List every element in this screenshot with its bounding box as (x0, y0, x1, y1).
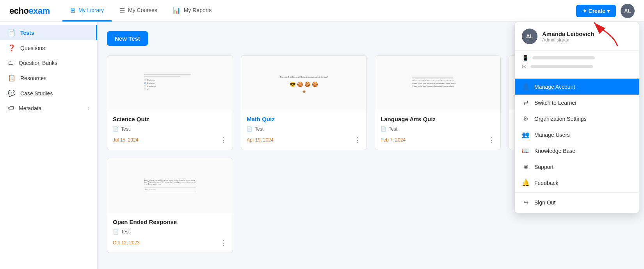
tab-my-library[interactable]: ⊞ My Library (62, 0, 112, 22)
card-more-language[interactable]: ⋮ (488, 136, 495, 144)
card-body-science: Science Quiz 📄 Test Jul 15, 2024 ⋮ (107, 110, 233, 150)
card-body-open-ended: Open Ended Response 📄 Test Oct 12, 2023 … (107, 213, 233, 253)
card-title-science: Science Quiz (113, 116, 227, 122)
dropdown-item-org-settings[interactable]: ⚙ Organization Settings (515, 111, 639, 127)
new-test-button[interactable]: New Test (107, 31, 148, 46)
switch-learner-icon: ⇄ (522, 99, 530, 106)
tests-icon: 📄 (8, 29, 16, 36)
dropdown-support-label: Support (534, 164, 553, 170)
dropdown-phone-row: 📱 (522, 55, 632, 61)
sidebar-item-resources[interactable]: 📋 Resources (0, 70, 97, 86)
feedback-icon: 🔔 (522, 179, 530, 187)
avatar-initials: AL (624, 8, 631, 14)
card-footer-math: Apr 19, 2024 ⋮ (247, 136, 361, 144)
email-icon: ✉ (522, 63, 527, 70)
dropdown-item-support[interactable]: ⊗ Support (515, 159, 639, 175)
chevron-right-icon: › (88, 106, 89, 111)
nav-tabs: ⊞ My Library ☰ My Courses 📊 My Reports (62, 0, 220, 22)
card-footer-language: Feb 7, 2024 ⋮ (381, 136, 495, 144)
manage-account-icon: 👤 (522, 83, 530, 90)
tab-my-courses-label: My Courses (128, 7, 157, 13)
card-type-open-ended: 📄 Test (113, 229, 227, 235)
dropdown-item-feedback[interactable]: 🔔 Feedback (515, 175, 639, 191)
dropdown-contact: 📱 ✉ (515, 51, 639, 76)
tab-my-reports-label: My Reports (184, 7, 212, 13)
dropdown-feedback-label: Feedback (534, 180, 558, 186)
dropdown-item-manage-users[interactable]: 👥 Manage Users (515, 127, 639, 143)
card-language-arts[interactable]: A Please tell me, Maybe. How much do new… (375, 55, 501, 150)
phone-icon: 📱 (522, 55, 528, 61)
dropdown-item-manage-account[interactable]: 👤 Manage Account (515, 79, 639, 95)
sidebar-item-question-banks-label: Question Banks (19, 60, 57, 66)
dropdown-sign-out-label: Sign Out (534, 199, 555, 206)
card-preview-language: A Please tell me, Maybe. How much do new… (375, 56, 500, 110)
manage-users-icon: 👥 (522, 131, 530, 138)
dropdown-divider (515, 192, 639, 193)
card-type-label-language: Test (389, 126, 397, 132)
sidebar-item-metadata-label: Metadata (19, 105, 41, 111)
card-date-language: Feb 7, 2024 (381, 137, 406, 143)
dropdown-email-row: ✉ (522, 63, 632, 70)
card-type-language: 📄 Test (381, 126, 495, 132)
user-dropdown-menu: AL Amanda Leibovich Administrator 📱 ✉ 👤 … (514, 22, 639, 213)
dropdown-item-switch-learner[interactable]: ⇄ Switch to Learner (515, 95, 639, 111)
reports-icon: 📊 (173, 7, 181, 14)
card-footer-science: Jul 15, 2024 ⋮ (113, 136, 227, 144)
card-type-math: 📄 Test (247, 126, 361, 132)
app-logo: echoexam (9, 6, 50, 16)
support-icon: ⊗ (522, 163, 530, 170)
card-type-science: 📄 Test (113, 126, 227, 132)
card-title-open-ended: Open Ended Response (113, 219, 227, 225)
phone-bar (532, 56, 595, 59)
sidebar-item-questions[interactable]: ❓ Questions (0, 40, 97, 56)
dropdown-knowledge-base-label: Knowledge Base (534, 148, 575, 154)
card-type-label-math: Test (255, 126, 263, 132)
card-type-label-science: Test (121, 126, 130, 132)
sidebar: 📄 Tests ❓ Questions 🗂 Question Banks 📋 R… (0, 22, 98, 269)
sign-out-icon: ↪ (522, 199, 530, 206)
card-date-open-ended: Oct 12, 2023 (113, 240, 140, 246)
create-button[interactable]: ✦ Create ▾ (576, 5, 616, 17)
tab-my-reports[interactable]: 📊 My Reports (165, 0, 220, 22)
nav-right: ✦ Create ▾ AL (576, 4, 635, 18)
card-body-language: Language Arts Quiz 📄 Test Feb 7, 2024 ⋮ (375, 110, 500, 150)
card-more-science[interactable]: ⋮ (220, 136, 227, 144)
metadata-icon: 🏷 (8, 105, 14, 112)
dropdown-user-info: Amanda Leibovich Administrator (542, 30, 594, 43)
card-math-quiz[interactable]: There are 6 cookies in all. How many per… (241, 55, 367, 150)
sidebar-item-tests[interactable]: 📄 Tests (0, 25, 97, 40)
dropdown-user-name: Amanda Leibovich (542, 30, 594, 37)
sidebar-item-case-studies[interactable]: 💬 Case Studies (0, 86, 97, 101)
user-avatar-button[interactable]: AL (621, 4, 635, 18)
dropdown-items: 👤 Manage Account ⇄ Switch to Learner ⚙ O… (515, 76, 639, 213)
library-icon: ⊞ (70, 7, 75, 14)
card-type-icon-open-ended: 📄 (113, 229, 119, 235)
sidebar-item-metadata[interactable]: 🏷 Metadata › (0, 101, 97, 116)
card-preview-math: There are 6 cookies in all. How many per… (241, 56, 366, 110)
dropdown-avatar: AL (522, 29, 537, 44)
resources-icon: 📋 (8, 74, 16, 82)
sidebar-item-tests-label: Tests (20, 30, 34, 36)
question-banks-icon: 🗂 (8, 59, 14, 66)
card-body-math: Math Quiz 📄 Test Apr 19, 2024 ⋮ (241, 110, 366, 150)
dropdown-item-knowledge-base[interactable]: 📖 Knowledge Base (515, 143, 639, 159)
tab-my-courses[interactable]: ☰ My Courses (112, 0, 165, 22)
card-date-science: Jul 15, 2024 (113, 137, 138, 143)
tab-my-library-label: My Library (78, 7, 104, 13)
org-settings-icon: ⚙ (522, 115, 530, 122)
case-studies-icon: 💬 (8, 90, 16, 97)
create-button-label: ✦ Create ▾ (582, 8, 610, 14)
dropdown-avatar-initials: AL (526, 33, 534, 39)
dropdown-item-sign-out[interactable]: ↪ Sign Out (515, 194, 639, 210)
email-bar (530, 65, 593, 68)
sidebar-item-question-banks[interactable]: 🗂 Question Banks (0, 56, 97, 70)
card-type-label-open-ended: Test (121, 229, 130, 235)
card-open-ended[interactable]: A short literature is an autobiographica… (107, 158, 233, 253)
card-more-open-ended[interactable]: ⋮ (220, 239, 227, 247)
card-date-math: Apr 19, 2024 (247, 137, 274, 143)
new-test-button-label: New Test (115, 35, 140, 42)
card-more-math[interactable]: ⋮ (354, 136, 361, 144)
card-science-quiz[interactable]: A hydration B radiation C lacollation D … (107, 55, 233, 150)
sidebar-item-resources-label: Resources (20, 75, 46, 81)
sidebar-item-questions-label: Questions (20, 45, 45, 51)
